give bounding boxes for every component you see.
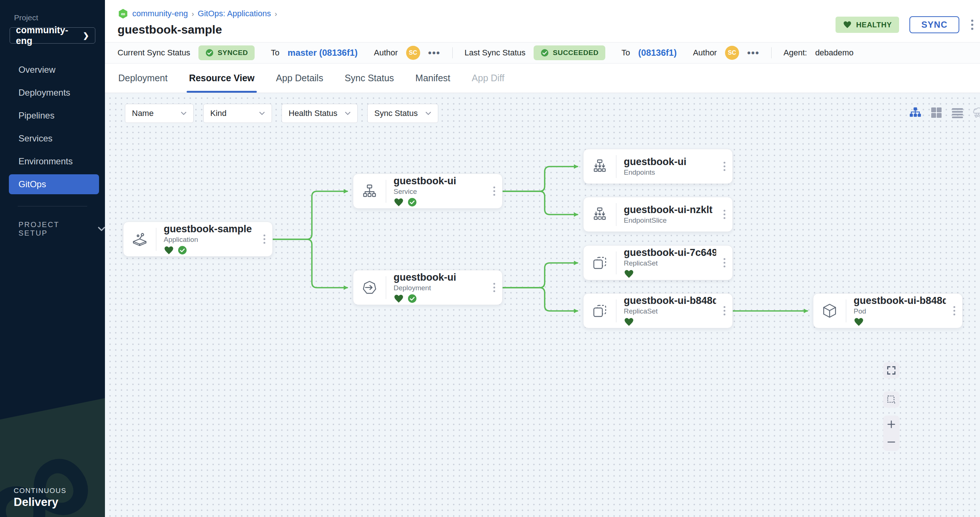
service-icon [353,183,386,200]
synced-badge: SYNCED [199,45,255,60]
node-status-icons [854,317,946,327]
project-selector-value: community-eng [16,25,83,46]
node-kind: Application [164,236,256,244]
to-label: To [271,48,279,58]
fullscreen-button[interactable] [883,362,899,379]
author-avatar: SC [406,46,420,60]
node-menu-button[interactable] [716,210,732,219]
tab-app-details[interactable]: App Details [276,63,323,93]
sidebar-item-pipelines[interactable]: Pipelines [0,104,105,127]
tab-manifest[interactable]: Manifest [415,63,450,93]
current-sync-status-label: Current Sync Status [118,48,190,58]
tab-resource-view[interactable]: Resource View [189,63,254,93]
sync-status-bar: Current Sync Status SYNCED To master (08… [105,42,980,63]
main-panel: ∞ community-eng › GitOps: Applications ›… [105,0,980,517]
healthy-heart-icon [624,317,634,327]
agent-label: Agent: [783,48,807,58]
last-sync-target-link[interactable]: (08136f1) [638,48,677,58]
author-label: Author [374,48,398,58]
pod-icon [813,303,846,319]
marquee-select-button[interactable] [883,392,899,408]
resource-node-replicaset-b848d5d9d[interactable]: guestbook-ui-b848d5d9d ReplicaSet [583,293,733,328]
deployment-icon [353,279,386,296]
resource-node-replicaset-7c64987dc9[interactable]: guestbook-ui-7c64987dc9 ReplicaSet [583,245,733,280]
node-kind: Service [393,187,486,196]
agent-value: debademo [815,48,854,58]
resource-node-deployment[interactable]: guestbook-ui Deployment [353,270,503,305]
healthy-heart-icon [393,294,404,304]
sidebar-item-environments[interactable]: Environments [0,150,105,173]
node-menu-button[interactable] [716,258,732,267]
resource-tree-canvas[interactable]: Name Kind Health Status Sync Status [105,93,980,517]
node-title: guestbook-sample [164,224,256,235]
project-label: Project [14,13,105,22]
replicaset-icon [584,254,616,271]
node-kind: Endpoints [624,168,716,176]
healthy-heart-icon [393,198,404,207]
module-name-bottom: Delivery [14,496,67,509]
node-title: guestbook-ui [624,156,716,167]
chevron-right-icon: ❯ [83,31,89,40]
node-menu-button[interactable] [716,306,732,316]
node-menu-button[interactable] [256,235,272,244]
node-kind: Pod [854,307,946,316]
module-name-top: CONTINUOUS [14,487,67,495]
resource-node-application[interactable]: guestbook-sample Application [123,222,273,257]
tab-sync-status[interactable]: Sync Status [345,63,394,93]
divider [18,206,87,206]
node-menu-button[interactable] [946,306,962,316]
divider [771,47,772,58]
zoom-in-button[interactable] [883,416,899,433]
node-kind: Deployment [393,284,486,292]
synced-check-icon [407,198,417,207]
node-status-icons [393,294,486,304]
to-label: To [622,48,630,58]
node-title: guestbook-ui-b848d5d9d [624,295,716,306]
synced-check-icon [178,246,187,255]
resource-node-endpointslice[interactable]: guestbook-ui-nzklt EndpointSlice [583,197,733,232]
node-title: guestbook-ui-7c64987dc9 [624,247,716,258]
node-status-icons [624,317,716,327]
node-title: guestbook-ui-b848d5d9... [854,295,946,306]
sidebar-item-gitops[interactable]: GitOps [0,173,105,196]
resource-node-pod[interactable]: guestbook-ui-b848d5d9... Pod [813,293,963,328]
current-sync-target-link[interactable]: master (08136f1) [288,48,357,58]
breadcrumb-chevron: › [275,10,277,18]
sidebar-item-overview[interactable]: Overview [0,58,105,81]
node-title: guestbook-ui-nzklt [624,204,716,215]
resource-node-endpoints[interactable]: guestbook-ui Endpoints [583,149,733,184]
page-header: ∞ community-eng › GitOps: Applications ›… [105,0,980,42]
chevron-down-icon [98,227,105,231]
node-menu-button[interactable] [486,187,502,196]
project-selector[interactable]: community-eng ❯ [10,27,95,44]
project-setup-toggle[interactable]: PROJECT SETUP [19,220,105,238]
commit-message-ellipsis[interactable]: ••• [747,48,759,58]
resource-node-service[interactable]: guestbook-ui Service [353,174,503,209]
breadcrumb-link-gitops-applications[interactable]: GitOps: Applications [198,9,271,19]
commit-message-ellipsis[interactable]: ••• [428,48,441,58]
breadcrumb-chevron: › [191,10,194,18]
application-icon [123,231,156,248]
node-menu-button[interactable] [716,162,732,171]
sidebar-item-services[interactable]: Services [0,127,105,150]
node-menu-button[interactable] [486,283,502,292]
node-status-icons [164,246,256,255]
tab-app-diff: App Diff [472,63,504,93]
synced-check-icon [407,294,417,303]
breadcrumb-link-project[interactable]: community-eng [132,9,188,19]
endpointslice-icon [584,206,616,223]
node-title: guestbook-ui [393,175,486,187]
sync-button[interactable]: SYNC [909,16,959,33]
more-options-kebab-icon[interactable] [970,18,975,32]
sidebar-item-deployments[interactable]: Deployments [0,81,105,104]
node-status-icons [393,198,486,207]
tab-deployment[interactable]: Deployment [118,63,167,93]
divider [452,47,453,58]
sidebar: Project community-eng ❯ Overview Deploym… [0,0,105,517]
node-title: guestbook-ui [393,272,486,283]
node-kind: EndpointSlice [624,216,716,225]
healthy-heart-icon [854,317,864,327]
last-sync-status-label: Last Sync Status [465,48,525,58]
zoom-out-button[interactable] [883,434,899,450]
zoom-control [883,416,899,451]
